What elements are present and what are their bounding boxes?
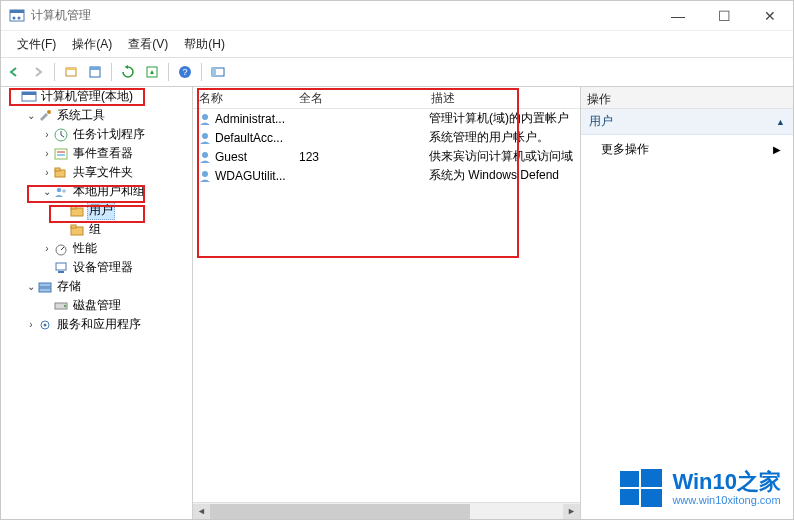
- content-area: ▸ 计算机管理(本地) ⌄ 系统工具 › 任务计划程序 › 事件查看器 ›: [1, 87, 793, 519]
- tree-label: 磁盘管理: [71, 297, 123, 314]
- watermark: Win10之家 www.win10xitong.com: [620, 467, 781, 509]
- svg-rect-14: [22, 92, 36, 95]
- svg-point-40: [202, 171, 208, 177]
- refresh-button[interactable]: [117, 61, 139, 83]
- tree-item-performance[interactable]: › 性能: [3, 239, 192, 258]
- list-row[interactable]: Administrat... 管理计算机(域)的内置帐户: [193, 109, 580, 128]
- clock-icon: [53, 127, 69, 143]
- cell-name: Guest: [215, 150, 247, 164]
- twisty-icon: ·: [57, 224, 69, 235]
- tree-item-local-users-groups[interactable]: ⌄ 本地用户和组: [3, 182, 192, 201]
- tree-label: 用户: [87, 201, 115, 220]
- svg-rect-12: [212, 68, 216, 76]
- cell-name: DefaultAcc...: [215, 131, 283, 145]
- watermark-suffix: 之家: [737, 469, 781, 494]
- toolbar: ?: [1, 57, 793, 87]
- cell-description: 供来宾访问计算机或访问域: [425, 148, 580, 165]
- twisty-icon[interactable]: ›: [41, 129, 53, 140]
- panel-button[interactable]: [207, 61, 229, 83]
- tree-item-scheduler[interactable]: › 任务计划程序: [3, 125, 192, 144]
- minimize-button[interactable]: —: [655, 1, 701, 31]
- back-button[interactable]: [3, 61, 25, 83]
- up-button[interactable]: [60, 61, 82, 83]
- tree-item-device-manager[interactable]: · 设备管理器: [3, 258, 192, 277]
- twisty-icon[interactable]: ⌄: [41, 186, 53, 197]
- column-fullname[interactable]: 全名: [293, 87, 425, 108]
- export-button[interactable]: [141, 61, 163, 83]
- close-button[interactable]: ✕: [747, 1, 793, 31]
- scroll-right-button[interactable]: ►: [563, 504, 580, 519]
- toolbar-separator: [201, 63, 202, 81]
- twisty-icon: ·: [41, 300, 53, 311]
- list-body: Administrat... 管理计算机(域)的内置帐户 DefaultAcc.…: [193, 109, 580, 502]
- svg-point-15: [47, 110, 51, 114]
- column-name[interactable]: 名称: [193, 87, 293, 108]
- twisty-icon[interactable]: ›: [41, 148, 53, 159]
- action-more[interactable]: 更多操作 ▶: [581, 135, 793, 164]
- svg-rect-5: [66, 68, 76, 70]
- tree-pane: ▸ 计算机管理(本地) ⌄ 系统工具 › 任务计划程序 › 事件查看器 ›: [1, 87, 193, 519]
- action-section-label: 用户: [589, 113, 613, 130]
- cell-fullname: 123: [293, 150, 425, 164]
- svg-rect-7: [90, 67, 100, 70]
- tree-item-system-tools[interactable]: ⌄ 系统工具: [3, 106, 192, 125]
- list-row[interactable]: WDAGUtilit... 系统为 Windows Defend: [193, 166, 580, 185]
- twisty-icon: ·: [41, 262, 53, 273]
- svg-rect-41: [620, 471, 639, 487]
- title-bar: 计算机管理 — ☐ ✕: [1, 1, 793, 31]
- tree-item-shared-folders[interactable]: › 共享文件夹: [3, 163, 192, 182]
- tree-item-event-viewer[interactable]: › 事件查看器: [3, 144, 192, 163]
- tree-label: 共享文件夹: [71, 164, 135, 181]
- action-pane: 操作 用户 ▲ 更多操作 ▶: [581, 87, 793, 519]
- list-row[interactable]: Guest 123 供来宾访问计算机或访问域: [193, 147, 580, 166]
- horizontal-scrollbar[interactable]: ◄ ►: [193, 502, 580, 519]
- scroll-left-button[interactable]: ◄: [193, 504, 210, 519]
- twisty-icon[interactable]: ⌄: [25, 110, 37, 121]
- svg-point-37: [202, 114, 208, 120]
- tree-label: 组: [87, 221, 103, 238]
- twisty-icon[interactable]: ⌄: [25, 281, 37, 292]
- column-description[interactable]: 描述: [425, 87, 580, 108]
- svg-point-38: [202, 133, 208, 139]
- event-icon: [53, 146, 69, 162]
- forward-button[interactable]: [27, 61, 49, 83]
- tree-item-storage[interactable]: ⌄ 存储: [3, 277, 192, 296]
- action-pane-header: 操作: [581, 87, 793, 109]
- users-icon: [53, 184, 69, 200]
- tree-label: 系统工具: [55, 107, 107, 124]
- tree-label: 存储: [55, 278, 83, 295]
- help-button[interactable]: ?: [174, 61, 196, 83]
- list-row[interactable]: DefaultAcc... 系统管理的用户帐户。: [193, 128, 580, 147]
- svg-point-2: [13, 16, 16, 19]
- tree-item-groups[interactable]: · 组: [3, 220, 192, 239]
- tree-root[interactable]: ▸ 计算机管理(本地): [3, 87, 192, 106]
- menu-view[interactable]: 查看(V): [120, 33, 176, 56]
- action-section-title[interactable]: 用户 ▲: [581, 109, 793, 135]
- svg-point-22: [57, 187, 61, 191]
- twisty-icon[interactable]: ›: [41, 167, 53, 178]
- svg-rect-44: [641, 489, 662, 507]
- twisty-icon[interactable]: ›: [25, 319, 37, 330]
- user-icon: [197, 111, 213, 127]
- tree-item-services[interactable]: › 服务和应用程序: [3, 315, 192, 334]
- svg-rect-42: [641, 469, 662, 487]
- tree-item-disk-management[interactable]: · 磁盘管理: [3, 296, 192, 315]
- menu-action[interactable]: 操作(A): [64, 33, 120, 56]
- cell-description: 系统为 Windows Defend: [425, 167, 580, 184]
- menu-file[interactable]: 文件(F): [9, 33, 64, 56]
- cell-name: WDAGUtilit...: [215, 169, 286, 183]
- svg-rect-31: [39, 283, 51, 287]
- twisty-icon[interactable]: ›: [41, 243, 53, 254]
- cell-description: 系统管理的用户帐户。: [425, 129, 580, 146]
- maximize-button[interactable]: ☐: [701, 1, 747, 31]
- menu-help[interactable]: 帮助(H): [176, 33, 233, 56]
- scroll-thumb[interactable]: [210, 504, 470, 519]
- user-icon: [197, 149, 213, 165]
- toolbar-separator: [111, 63, 112, 81]
- svg-rect-43: [620, 489, 639, 505]
- svg-rect-30: [58, 271, 64, 273]
- list-pane: 名称 全名 描述 Administrat... 管理计算机(域)的内置帐户 De…: [193, 87, 581, 519]
- properties-button[interactable]: [84, 61, 106, 83]
- tree-item-users[interactable]: · 用户: [3, 201, 192, 220]
- folder-icon: [69, 222, 85, 238]
